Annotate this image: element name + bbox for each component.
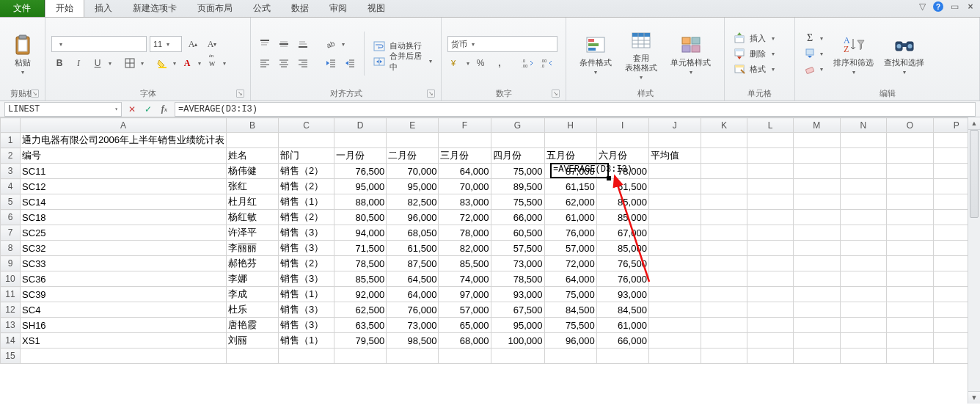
italic-button[interactable]: I xyxy=(70,55,87,71)
tab-review[interactable]: 审阅 xyxy=(319,0,357,17)
cell[interactable]: 销售（3） xyxy=(278,318,334,333)
cell[interactable] xyxy=(701,287,747,302)
cell[interactable] xyxy=(747,349,794,364)
column-header[interactable]: B xyxy=(227,118,279,133)
cell[interactable]: 96,000 xyxy=(544,333,596,349)
cell[interactable] xyxy=(747,318,794,333)
cell[interactable] xyxy=(701,271,747,287)
cell[interactable]: 79,500 xyxy=(334,333,387,349)
cell[interactable] xyxy=(701,241,747,256)
cell[interactable] xyxy=(887,210,934,225)
row-header[interactable]: 3 xyxy=(1,164,21,179)
cell[interactable] xyxy=(648,287,701,302)
fill-button[interactable]: ▾ xyxy=(801,46,826,62)
cell[interactable]: 唐艳霞 xyxy=(227,318,279,333)
cell[interactable] xyxy=(387,133,439,148)
cell[interactable]: 五月份 xyxy=(544,148,596,164)
cell[interactable]: 许泽平 xyxy=(227,225,279,241)
fx-button[interactable]: fx xyxy=(157,103,172,116)
cell[interactable]: 61,000 xyxy=(596,318,648,333)
cell[interactable] xyxy=(596,133,648,148)
format-cells-button[interactable]: 格式▾ xyxy=(731,62,778,77)
decrease-font-icon[interactable]: A▾ xyxy=(204,36,220,52)
cell[interactable]: 95,000 xyxy=(491,318,544,333)
cell[interactable] xyxy=(747,148,794,164)
cell[interactable]: 通力电器有限公司2006年上半年销售业绩统计表 xyxy=(21,133,227,148)
cell[interactable]: 76,000 xyxy=(544,225,596,241)
cell[interactable]: 72,000 xyxy=(544,256,596,271)
border-button[interactable] xyxy=(122,55,138,71)
cell[interactable]: 70,000 xyxy=(439,179,491,194)
cell[interactable]: 销售（1） xyxy=(278,194,334,210)
row-header[interactable]: 9 xyxy=(1,256,21,271)
cell[interactable]: 95,000 xyxy=(334,179,387,194)
cell[interactable]: 85,500 xyxy=(334,271,387,287)
scroll-down-icon[interactable]: ▼ xyxy=(968,391,980,404)
cell[interactable] xyxy=(491,349,544,364)
cell[interactable] xyxy=(840,349,886,364)
cell[interactable]: 73,000 xyxy=(387,318,439,333)
minimize-ribbon-icon[interactable]: ▽ xyxy=(917,1,927,12)
cell[interactable]: 杨红敏 xyxy=(227,210,279,225)
cell[interactable]: SH16 xyxy=(21,318,227,333)
cell[interactable]: 销售（2） xyxy=(278,179,334,194)
cell[interactable]: 销售（3） xyxy=(278,271,334,287)
column-header[interactable]: F xyxy=(439,118,491,133)
cell[interactable]: 85,000 xyxy=(596,194,648,210)
cell[interactable] xyxy=(387,349,439,364)
clear-button[interactable]: ▾ xyxy=(801,62,826,77)
column-header[interactable]: O xyxy=(887,118,934,133)
font-size-combo[interactable]: 11▾ xyxy=(150,36,182,52)
cell[interactable]: 编号 xyxy=(21,148,227,164)
orientation-button[interactable]: ab xyxy=(323,36,339,52)
cell[interactable]: 61,500 xyxy=(596,179,648,194)
cell-styles-button[interactable]: 单元格样式▾ xyxy=(668,32,714,76)
cell[interactable] xyxy=(544,349,596,364)
cell[interactable] xyxy=(334,349,387,364)
column-header[interactable]: I xyxy=(596,118,648,133)
insert-cells-button[interactable]: 插入▾ xyxy=(731,31,778,46)
cell[interactable] xyxy=(701,302,747,318)
row-header[interactable]: 7 xyxy=(1,225,21,241)
cell[interactable] xyxy=(840,148,886,164)
align-middle-icon[interactable] xyxy=(276,36,292,52)
cell[interactable] xyxy=(701,256,747,271)
cell[interactable] xyxy=(648,241,701,256)
name-box[interactable]: LINEST▾ xyxy=(4,102,122,117)
cell[interactable]: 销售（2） xyxy=(278,256,334,271)
column-header[interactable]: G xyxy=(491,118,544,133)
column-header[interactable]: M xyxy=(793,118,840,133)
cell[interactable] xyxy=(793,302,840,318)
cell[interactable] xyxy=(439,349,491,364)
tab-pagelayout[interactable]: 页面布局 xyxy=(187,0,243,17)
row-header[interactable]: 8 xyxy=(1,241,21,256)
cell[interactable] xyxy=(701,164,747,179)
cell[interactable]: 杨伟健 xyxy=(227,164,279,179)
cell[interactable] xyxy=(491,133,544,148)
cell[interactable]: 销售（3） xyxy=(278,225,334,241)
cell[interactable]: XS1 xyxy=(21,333,227,349)
cell[interactable]: 92,000 xyxy=(334,287,387,302)
cell[interactable] xyxy=(227,133,279,148)
cell[interactable]: 76,500 xyxy=(334,164,387,179)
cell[interactable] xyxy=(701,179,747,194)
cell[interactable]: 张红 xyxy=(227,179,279,194)
cell[interactable] xyxy=(278,349,334,364)
increase-font-icon[interactable]: A▴ xyxy=(185,36,201,52)
cell[interactable]: 刘丽 xyxy=(227,333,279,349)
cell[interactable] xyxy=(887,194,934,210)
cell[interactable]: 63,500 xyxy=(334,318,387,333)
row-header[interactable]: 12 xyxy=(1,302,21,318)
cell[interactable]: 65,000 xyxy=(439,318,491,333)
cell[interactable]: 82,000 xyxy=(439,241,491,256)
confirm-edit-button[interactable]: ✓ xyxy=(141,103,156,116)
cell[interactable]: 74,000 xyxy=(439,271,491,287)
cell[interactable] xyxy=(334,133,387,148)
spreadsheet-grid[interactable]: ABCDEFGHIJKLMNOP1通力电器有限公司2006年上半年销售业绩统计表… xyxy=(0,117,980,404)
cell[interactable] xyxy=(840,194,886,210)
format-as-table-button[interactable]: 套用 表格格式▾ xyxy=(622,27,660,81)
tab-file[interactable]: 文件 xyxy=(0,0,45,17)
cell[interactable] xyxy=(793,164,840,179)
cell[interactable] xyxy=(840,287,886,302)
cell[interactable] xyxy=(747,164,794,179)
